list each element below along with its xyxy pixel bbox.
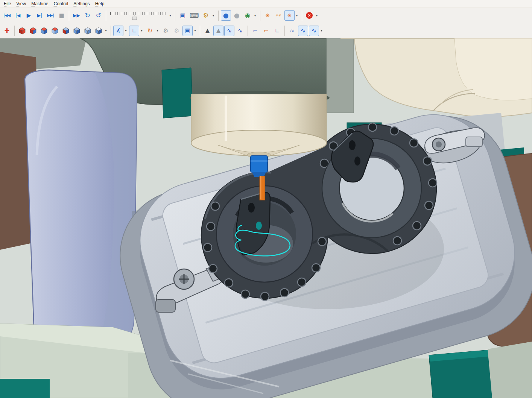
skip-to-start-icon: |◀◀ [3,14,11,17]
report-button[interactable]: ▣ [178,10,188,21]
toolbar-separator [106,11,106,21]
fast-forward-button[interactable]: ▶▶ [71,10,82,21]
view-cube-front-button[interactable] [39,26,49,36]
toolpath-feed-button[interactable]: ⌐ [261,26,271,36]
gears-icon: ⚙ [203,12,208,19]
cube-icon [29,27,37,35]
restart-button[interactable]: ↺ [93,10,103,21]
view-mode-dropdown-button[interactable]: ▾ [253,10,257,21]
application-window: FileViewMachineControlSettingsHelp |◀◀|◀… [0,0,532,398]
view-cube-all-button[interactable] [17,26,27,36]
toolpath-line-icon: ∿ [238,28,243,34]
skip-to-end-icon: ▶▶| [47,14,54,17]
machine-3d-scene [0,38,532,398]
measure-angle-button[interactable]: ∡ [113,26,123,36]
stop-button[interactable]: ■ [56,10,67,21]
stock-result-button[interactable]: ⚙ [172,26,182,36]
cube-views-dropdown-button[interactable]: ▾ [104,26,108,36]
select-path-icon: ∿ [301,28,306,34]
rapid-path-icon: ⌐ [253,28,258,33]
menu-help[interactable]: Help [93,0,108,7]
toolpath-points-button[interactable]: ≈ [287,26,297,36]
tool-envelope-shaded-button[interactable]: ▲ [213,26,223,36]
teal-base-left [0,379,50,398]
go-to-start-button[interactable]: |◀◀ [2,10,12,21]
measure-angle-dropdown-button[interactable]: ▾ [124,26,128,36]
simulation-speed-slider[interactable] [110,11,166,20]
point-cloud-icon: ✳✳ [276,14,281,17]
probe-dropdown-button[interactable]: ▾ [140,26,144,36]
view-cube-back-button[interactable] [71,26,82,36]
toolpath-display-button[interactable]: ∿ [224,26,234,36]
menu-file[interactable]: File [2,0,14,7]
menu-view[interactable]: View [14,0,29,7]
solid-view-button[interactable]: ● [232,10,242,21]
toolpath-range-button[interactable]: ∿ [309,26,319,36]
toolpath-select-button[interactable]: ∿ [298,26,308,36]
cube-icon [51,27,59,35]
collision-alert-button[interactable]: ✕ [304,10,315,21]
spindle-rotation-button[interactable]: ↻ [145,26,155,36]
range-path-icon: ∿ [312,28,316,34]
view-cube-left-button[interactable] [61,26,71,36]
compare-points-button[interactable]: ✳ [263,10,273,21]
go-to-end-button[interactable]: ▶▶| [46,10,56,21]
z-axis-column [327,38,354,113]
slider-handle[interactable] [132,15,137,20]
keyboard-icon: ⌨ [190,12,199,19]
control-panel-button[interactable]: ⌨ [188,10,200,21]
cube-icon [95,27,102,35]
menu-control[interactable]: Control [52,0,71,7]
shaded-view-button[interactable]: ● [221,10,231,21]
stock-transfer-button[interactable]: ▣ [182,26,193,36]
toolbar-separator [14,26,15,36]
blue-sphere-icon: ● [223,12,229,19]
probe-tool-button[interactable]: ∟ [129,26,139,36]
world-view-button[interactable]: ◉ [243,10,253,21]
view-cube-iso-button[interactable] [93,26,103,36]
restart-arrow-icon: ↺ [96,12,101,19]
toolpath-dropdown-button[interactable]: ▾ [319,26,324,36]
stop-icon: ■ [59,13,64,18]
compare-target-button[interactable]: ✳ [284,10,295,21]
cube-icon [18,27,26,35]
menu-machine[interactable]: Machine [29,0,51,7]
toolbar-separator [69,11,69,21]
rotation-icon: ↻ [147,28,152,34]
compare-dropdown-button[interactable]: ▾ [295,10,299,21]
machine-settings-button[interactable]: ⚙ [201,10,211,21]
menu-settings[interactable]: Settings [71,0,93,7]
toolpath-axis-button[interactable]: ∟ [272,26,282,36]
compare-cloud-button[interactable]: ✳✳ [274,10,284,21]
tools-dropdown-button[interactable]: ▾ [211,10,216,21]
slider-ruler [110,12,166,15]
view-cube-bottom-button[interactable] [82,26,93,36]
toolpath-simple-button[interactable]: ∿ [235,26,245,36]
view-cube-top-button[interactable] [28,26,38,36]
machine-viewport[interactable] [0,38,532,398]
view-cube-right-button[interactable] [50,26,60,36]
step-back-button[interactable]: |◀ [13,10,23,21]
toolpath-curve-icon: ∿ [227,28,232,34]
points-path-icon: ≈ [290,28,295,33]
rotation-dropdown-button[interactable]: ▾ [155,26,160,36]
toolbar-separator [260,11,260,21]
playback-toolbar: |◀◀|◀▶▶|▶▶|■▶▶↻↺▾▣⌨⚙▾●●◉▾✳✳✳✳▾✕▾ [0,8,532,23]
axis-path-icon: ∟ [275,28,280,33]
stock-dropdown-button[interactable]: ▾ [193,26,197,36]
loop-button[interactable]: ↻ [82,10,93,21]
step-forward-button[interactable]: ▶| [35,10,45,21]
speed-dropdown-button[interactable]: ▾ [168,10,172,21]
menubar: FileViewMachineControlSettingsHelp [0,0,532,8]
loop-arrow-icon: ↻ [85,12,90,19]
machine-move-button[interactable]: ✚ [2,26,12,36]
gray-sphere-icon: ● [234,12,240,19]
play-button[interactable]: ▶ [24,10,34,21]
toolbar-separator [248,26,248,36]
view-toolbar: ✚▾∡▾∟▾↻▾⚙⚙▣▾▲▲∿∿⌐⌐∟≈∿∿▾ [0,23,532,38]
tool-envelope-button[interactable]: ▲ [202,26,213,36]
toolpath-rapid-button[interactable]: ⌐ [250,26,260,36]
stock-setup-button[interactable]: ⚙ [161,26,171,36]
play-icon: ▶ [27,13,31,18]
alerts-dropdown-button[interactable]: ▾ [315,10,319,21]
